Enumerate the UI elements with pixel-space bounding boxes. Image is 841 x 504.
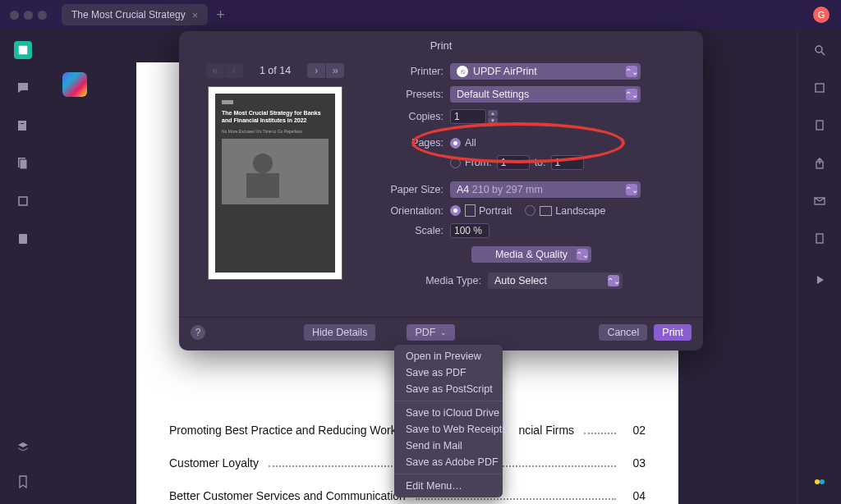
presets-label: Presets: (375, 89, 450, 100)
bookmark-rail-icon[interactable] (14, 473, 32, 491)
scale-input[interactable] (450, 223, 489, 238)
help-button[interactable]: ? (191, 325, 205, 340)
printer-select[interactable]: ⎋ UPDF AirPrint⌃⌄ (450, 63, 641, 80)
pages-all-radio[interactable] (450, 138, 461, 149)
landscape-radio[interactable] (525, 205, 535, 216)
comment-tool-icon[interactable] (14, 79, 32, 97)
reader-mode-icon[interactable] (14, 41, 32, 59)
mediatype-label: Media Type: (375, 275, 488, 286)
chevron-down-icon: ⌄ (440, 328, 447, 337)
menu-save-adobe-pdf[interactable]: Save as Adobe PDF (394, 454, 503, 470)
convert-icon[interactable] (811, 117, 829, 135)
svg-rect-2 (21, 123, 24, 124)
menu-save-as-pdf[interactable]: Save as PDF (394, 364, 503, 381)
svg-rect-6 (19, 234, 27, 244)
papersize-label: Paper Size: (375, 184, 450, 195)
page-counter: 1 of 14 (260, 65, 291, 76)
print-button[interactable]: Print (654, 324, 692, 341)
new-tab-button[interactable]: + (216, 7, 225, 24)
svg-point-14 (815, 479, 820, 484)
copies-input[interactable] (450, 109, 486, 124)
minimize-dot[interactable] (24, 11, 33, 20)
feedback-icon[interactable] (811, 473, 829, 491)
pdf-dropdown-menu: Open in Preview Save as PDF Save as Post… (394, 345, 503, 497)
svg-point-7 (816, 46, 822, 53)
tab-title: The Most Crucial Strategy (71, 9, 186, 21)
print-rail-icon[interactable] (811, 230, 829, 248)
protect-tool-icon[interactable] (14, 230, 32, 248)
svg-line-8 (821, 52, 825, 55)
layers-icon[interactable] (14, 438, 32, 456)
pages-to-input[interactable] (551, 155, 584, 170)
crop-tool-icon[interactable] (14, 192, 32, 210)
svg-rect-9 (816, 84, 824, 92)
svg-rect-5 (19, 197, 27, 205)
page-preview-thumbnail: The Most Crucial Strategy for Banks and … (208, 86, 342, 280)
svg-rect-1 (18, 121, 26, 131)
portrait-radio[interactable] (450, 205, 461, 216)
svg-rect-0 (19, 46, 28, 55)
close-dot[interactable] (10, 11, 19, 20)
svg-point-17 (253, 153, 273, 173)
svg-rect-10 (816, 121, 823, 130)
prev-page-button[interactable]: ‹ (225, 63, 243, 78)
orientation-label: Orientation: (375, 205, 450, 217)
mediatype-select[interactable]: Auto Select⌃⌄ (488, 273, 623, 289)
pages-label: Pages: (375, 137, 450, 149)
svg-rect-18 (246, 173, 279, 198)
pages-from-input[interactable] (497, 155, 530, 170)
section-select[interactable]: Media & Quality⌃⌄ (471, 246, 591, 263)
play-icon[interactable] (811, 271, 829, 289)
page-tool-icon[interactable] (14, 154, 32, 172)
user-avatar[interactable]: G (813, 7, 830, 23)
first-page-button[interactable]: « (206, 63, 224, 78)
edit-tool-icon[interactable] (14, 117, 32, 135)
menu-save-web-receipts[interactable]: Save to Web Receipts (394, 421, 503, 438)
menu-edit-menu[interactable]: Edit Menu… (394, 478, 503, 494)
search-icon[interactable] (811, 41, 829, 59)
pdf-dropdown-button[interactable]: PDF⌄ (407, 324, 455, 341)
email-icon[interactable] (811, 192, 829, 210)
menu-send-mail[interactable]: Send in Mail (394, 438, 503, 454)
copies-stepper[interactable]: ▲▼ (488, 109, 498, 124)
window-controls[interactable] (10, 11, 47, 20)
dialog-title: Print (179, 31, 703, 57)
close-tab-icon[interactable]: × (192, 9, 199, 21)
pages-range-radio[interactable] (450, 158, 461, 168)
cancel-button[interactable]: Cancel (599, 324, 647, 341)
hide-details-button[interactable]: Hide Details (304, 324, 375, 341)
last-page-button[interactable]: » (326, 63, 344, 78)
scale-label: Scale: (375, 225, 450, 236)
portrait-icon (465, 204, 476, 217)
landscape-icon (540, 206, 552, 216)
svg-point-15 (820, 479, 825, 484)
zoom-dot[interactable] (38, 11, 47, 20)
svg-rect-13 (816, 234, 823, 243)
to-label: to: (535, 157, 546, 168)
pages-all-label: All (465, 137, 476, 149)
menu-save-icloud[interactable]: Save to iCloud Drive (394, 405, 503, 421)
printer-label: Printer: (375, 66, 450, 77)
menu-open-preview[interactable]: Open in Preview (394, 348, 503, 364)
papersize-select[interactable]: A4 210 by 297 mm⌃⌄ (450, 181, 641, 198)
print-dialog: Print « ‹ 1 of 14 › » The Most Crucial S… (179, 31, 703, 351)
share-icon[interactable] (811, 154, 829, 172)
next-page-button[interactable]: › (307, 63, 325, 78)
presets-select[interactable]: Default Settings⌃⌄ (450, 86, 641, 103)
copies-label: Copies: (375, 111, 450, 122)
svg-rect-4 (20, 159, 27, 169)
ocr-icon[interactable] (811, 79, 829, 97)
menu-save-postscript[interactable]: Save as PostScript (394, 381, 503, 397)
app-logo-icon (62, 72, 87, 97)
from-label: From: (465, 157, 492, 168)
document-tab[interactable]: The Most Crucial Strategy × (62, 4, 208, 25)
